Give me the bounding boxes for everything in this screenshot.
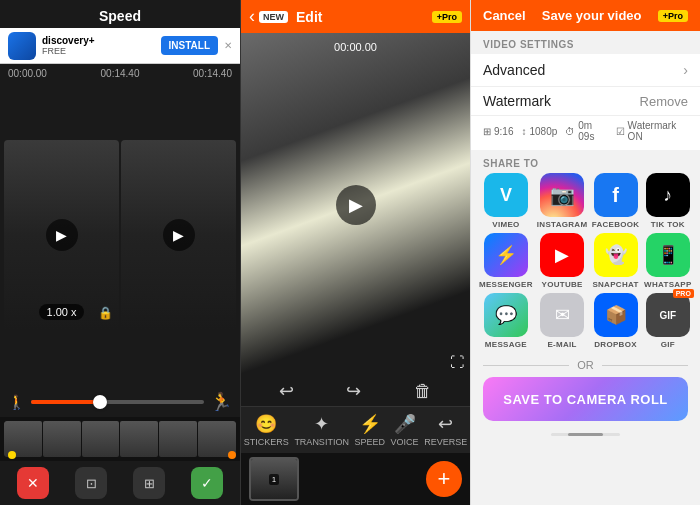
ad-banner: discovery+ FREE INSTALL ✕ [0, 28, 240, 64]
trash-button[interactable]: 🗑 [414, 381, 432, 402]
yellow-dot-indicator [8, 451, 16, 459]
transition-label: TRANSITION [294, 437, 349, 447]
messenger-icon: ⚡ [484, 233, 528, 277]
watermark-check-icon: ☑ [616, 126, 625, 137]
advanced-label: Advanced [483, 62, 545, 78]
right-pro-badge[interactable]: +Pro [658, 10, 688, 22]
cancel-button[interactable]: Cancel [483, 8, 526, 23]
share-to-label: SHARE TO [471, 150, 700, 173]
redo-button[interactable]: ↪ [346, 380, 361, 402]
scroll-indicator-inner [568, 433, 603, 436]
delete-button[interactable]: ✕ [17, 467, 49, 499]
facebook-share[interactable]: f FACEBOOK [591, 173, 639, 229]
save-to-camera-roll-button[interactable]: SAVE TO CAMERA ROLL [483, 377, 688, 421]
edit-tools-row: 😊 STICKERS ✦ TRANSITION ⚡ SPEED 🎤 VOICE … [241, 406, 470, 453]
filmstrip-frame [82, 421, 120, 457]
orange-dot-indicator [228, 451, 236, 459]
middle-panel: ‹ NEW Edit +Pro ▶ 00:00.00 ⛶ ↩ ↪ 🗑 😊 STI… [240, 0, 470, 505]
resolution-value: 1080p [529, 126, 557, 137]
right-header: Cancel Save your video +Pro [471, 0, 700, 31]
play-button-left[interactable]: ▶ [46, 219, 78, 251]
fullscreen-icon[interactable]: ⛶ [450, 354, 464, 370]
slider-thumb[interactable] [93, 395, 107, 409]
ad-icon [8, 32, 36, 60]
duration-icon: ⏱ [565, 126, 575, 137]
middle-play-button[interactable]: ▶ [336, 185, 376, 225]
advanced-row[interactable]: Advanced › [471, 54, 700, 87]
scroll-indicator [551, 433, 620, 436]
undo-button[interactable]: ↩ [279, 380, 294, 402]
bottom-thumb-area: 1 + [241, 453, 470, 505]
instagram-label: INSTAGRAM [537, 220, 588, 229]
speed-slider-track[interactable] [31, 400, 204, 404]
ad-title: discovery+ [42, 35, 155, 46]
message-icon: 💬 [484, 293, 528, 337]
video-thumb-right[interactable]: ▶ [121, 140, 236, 330]
install-button[interactable]: INSTALL [161, 36, 218, 55]
filmstrip-frames [4, 421, 236, 457]
reverse-tool[interactable]: ↩ REVERSE [424, 413, 467, 447]
tiktok-share[interactable]: ♪ TIK TOK [644, 173, 692, 229]
watermark-meta: ☑ Watermark ON [616, 120, 688, 142]
youtube-share[interactable]: ▶ YOUTUBE [537, 233, 588, 289]
speed-tool[interactable]: ⚡ SPEED [354, 413, 385, 447]
messenger-share[interactable]: ⚡ MESSENGER [479, 233, 533, 289]
vimeo-share[interactable]: V VIMEO [479, 173, 533, 229]
speed-header: Speed [0, 0, 240, 28]
add-clip-button[interactable]: + [426, 461, 462, 497]
instagram-share[interactable]: 📷 INSTAGRAM [537, 173, 588, 229]
snapchat-label: SNAPCHAT [592, 280, 638, 289]
ad-sub: FREE [42, 46, 155, 56]
email-icon: ✉ [540, 293, 584, 337]
new-badge: NEW [259, 11, 288, 23]
ratio-meta: ⊞ 9:16 [483, 126, 513, 137]
ad-text: discovery+ FREE [42, 35, 155, 56]
video-preview-area: ▶ 1.00 x 🔒 ▶ [0, 83, 240, 387]
share-grid: V VIMEO 📷 INSTAGRAM f FACEBOOK ♪ TIK TOK… [471, 173, 700, 357]
snapchat-share[interactable]: 👻 SNAPCHAT [591, 233, 639, 289]
play-button-right[interactable]: ▶ [163, 219, 195, 251]
transition-icon: ✦ [314, 413, 329, 435]
or-line-right [602, 365, 688, 366]
video-thumb-left[interactable]: ▶ 1.00 x 🔒 [4, 140, 119, 330]
timeline-start: 00:00.00 [8, 68, 47, 79]
snapchat-icon: 👻 [594, 233, 638, 277]
resize-button[interactable]: ⊞ [133, 467, 165, 499]
time-label: 00:00.00 [334, 41, 377, 53]
stickers-tool[interactable]: 😊 STICKERS [244, 413, 289, 447]
transition-tool[interactable]: ✦ TRANSITION [294, 413, 349, 447]
email-share[interactable]: ✉ E-MAIL [537, 293, 588, 349]
message-label: MESSAGE [485, 340, 527, 349]
confirm-button[interactable]: ✓ [191, 467, 223, 499]
vimeo-label: VIMEO [492, 220, 519, 229]
watermark-label: Watermark [483, 93, 551, 109]
watermark-row: Watermark Remove [471, 87, 700, 116]
speed-slider-area: 🚶 🏃 [0, 387, 240, 417]
ratio-icon: ⊞ [483, 126, 491, 137]
crop-button[interactable]: ⊡ [75, 467, 107, 499]
gif-share[interactable]: GIF PRO GIF [644, 293, 692, 349]
whatsapp-share[interactable]: 📱 WHATSAPP [644, 233, 692, 289]
filmstrip-frame [159, 421, 197, 457]
back-button[interactable]: ‹ [249, 6, 255, 27]
middle-header: ‹ NEW Edit +Pro [241, 0, 470, 33]
watermark-status: Watermark ON [628, 120, 688, 142]
remove-watermark-button[interactable]: Remove [640, 94, 688, 109]
lock-icon: 🔒 [98, 306, 113, 320]
or-divider: OR [471, 357, 700, 377]
speed-icon: ⚡ [359, 413, 381, 435]
dropbox-share[interactable]: 📦 DROPBOX [591, 293, 639, 349]
voice-label: VOICE [391, 437, 419, 447]
message-share[interactable]: 💬 MESSAGE [479, 293, 533, 349]
speed-badge: 1.00 x [39, 304, 85, 320]
filmstrip [0, 417, 240, 461]
stickers-label: STICKERS [244, 437, 289, 447]
dropbox-icon: 📦 [594, 293, 638, 337]
save-video-label: Save your video [542, 8, 642, 23]
middle-video-bg: ▶ [241, 33, 470, 376]
voice-tool[interactable]: 🎤 VOICE [391, 413, 419, 447]
edit-actions-row: ↩ ↪ 🗑 [241, 376, 470, 406]
right-panel: Cancel Save your video +Pro VIDEO SETTIN… [470, 0, 700, 505]
video-thumbnail[interactable]: 1 [249, 457, 299, 501]
close-ad-icon[interactable]: ✕ [224, 40, 232, 51]
